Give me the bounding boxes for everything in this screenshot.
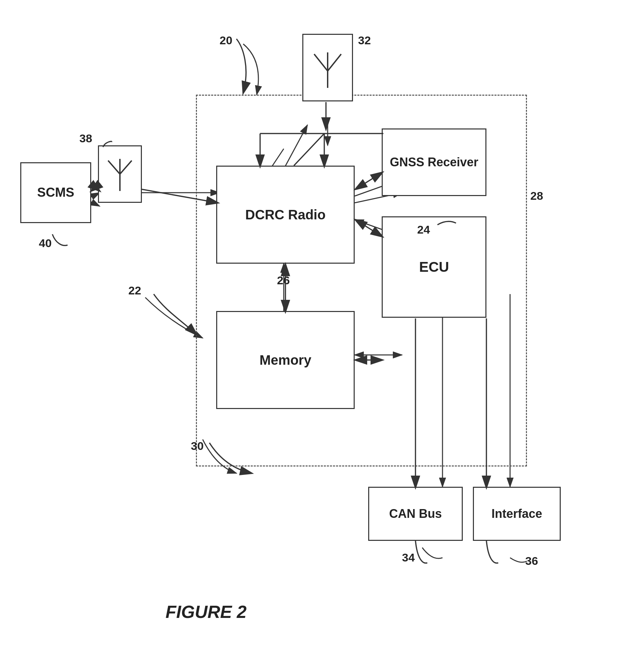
ref-36: 36 — [525, 554, 538, 568]
can-bus-label: CAN Bus — [389, 506, 442, 522]
left-antenna-box — [98, 145, 142, 203]
can-bus-box: CAN Bus — [368, 487, 463, 541]
gnss-label: GNSS Receiver — [390, 154, 478, 170]
memory-box: Memory — [216, 311, 355, 409]
scms-box: SCMS — [20, 162, 91, 223]
dcrc-label: DCRC Radio — [245, 206, 326, 223]
ref-32: 32 — [358, 34, 371, 47]
ecu-label: ECU — [419, 258, 449, 277]
ref-34: 34 — [402, 551, 415, 564]
svg-line-23 — [314, 54, 328, 71]
top-antenna-box — [302, 34, 353, 101]
ref-24: 24 — [417, 223, 430, 236]
ref-28: 28 — [530, 189, 543, 202]
ref-22: 22 — [128, 284, 141, 297]
ecu-box: ECU — [382, 216, 486, 318]
ref-30: 30 — [191, 439, 204, 453]
diagram-container: SCMS GNSS Receiver DCRC Radio ECU Memory — [0, 0, 632, 672]
ref-20: 20 — [220, 34, 232, 47]
memory-label: Memory — [259, 351, 311, 369]
svg-line-20 — [120, 161, 132, 174]
ref-40: 40 — [39, 237, 52, 250]
dcrc-radio-box: DCRC Radio — [216, 166, 355, 264]
figure-caption: FIGURE 2 — [166, 602, 247, 622]
left-antenna-icon — [105, 154, 135, 194]
svg-line-19 — [108, 161, 120, 174]
gnss-receiver-box: GNSS Receiver — [382, 128, 486, 196]
ref-38: 38 — [79, 132, 92, 145]
ref-26: 26 — [277, 274, 290, 287]
svg-line-24 — [328, 54, 341, 71]
interface-box: Interface — [473, 487, 561, 541]
interface-label: Interface — [491, 506, 542, 522]
top-antenna-icon — [311, 44, 345, 91]
scms-label: SCMS — [37, 184, 74, 201]
